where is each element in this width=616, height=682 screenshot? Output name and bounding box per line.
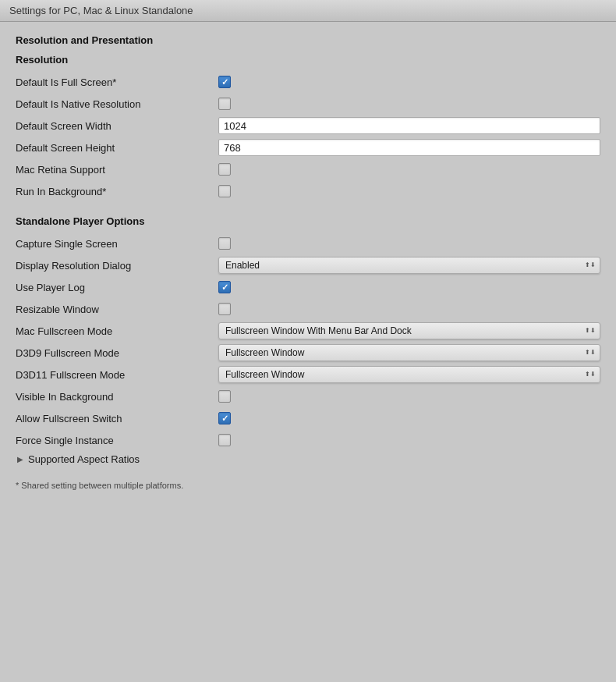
triangle-right-icon: ▶ bbox=[16, 455, 25, 464]
footer-note: * Shared setting between multiple platfo… bbox=[16, 481, 600, 490]
mac-fullscreen-control: Fullscreen Window With Menu Bar And Dock… bbox=[218, 322, 600, 339]
use-player-log-row: Use Player Log bbox=[16, 279, 600, 296]
run-in-bg-control bbox=[218, 185, 600, 197]
default-native-label: Default Is Native Resolution bbox=[16, 98, 218, 110]
force-single-checkbox[interactable] bbox=[218, 434, 231, 446]
title-bar: Settings for PC, Mac & Linux Standalone bbox=[0, 0, 616, 22]
d3d11-fullscreen-control: Fullscreen Window Fullscreen Exclusive M… bbox=[218, 366, 600, 383]
force-single-label: Force Single Instance bbox=[16, 435, 218, 446]
supported-aspect-label: Supported Aspect Ratios bbox=[28, 453, 140, 465]
mac-retina-label: Mac Retina Support bbox=[16, 164, 218, 176]
screen-width-row: Default Screen Width bbox=[16, 117, 600, 134]
visible-in-bg-control bbox=[218, 390, 600, 403]
d3d9-fullscreen-label: D3D9 Fullscreen Mode bbox=[16, 347, 218, 359]
run-in-bg-label: Run In Background* bbox=[16, 186, 218, 197]
display-resolution-select[interactable]: Enabled Disabled Hidden by default bbox=[218, 257, 600, 274]
run-in-bg-row: Run In Background* bbox=[16, 183, 600, 200]
capture-single-checkbox[interactable] bbox=[218, 237, 231, 250]
resizable-window-control bbox=[218, 303, 600, 315]
allow-fullscreen-control bbox=[218, 412, 600, 424]
d3d9-fullscreen-control: Fullscreen Window Fullscreen Exclusive M… bbox=[218, 344, 600, 361]
mac-fullscreen-label: Mac Fullscreen Mode bbox=[16, 325, 218, 337]
screen-height-row: Default Screen Height bbox=[16, 139, 600, 156]
display-resolution-select-wrapper: Enabled Disabled Hidden by default bbox=[218, 257, 600, 274]
use-player-log-control bbox=[218, 281, 600, 293]
default-fullscreen-row: Default Is Full Screen* bbox=[16, 73, 600, 91]
d3d9-fullscreen-select[interactable]: Fullscreen Window Fullscreen Exclusive M… bbox=[218, 344, 600, 361]
resolution-subtitle: Resolution bbox=[16, 54, 600, 66]
force-single-row: Force Single Instance bbox=[16, 432, 600, 449]
d3d11-fullscreen-row: D3D11 Fullscreen Mode Fullscreen Window … bbox=[16, 366, 600, 383]
default-fullscreen-control bbox=[218, 76, 600, 88]
default-native-checkbox[interactable] bbox=[218, 98, 231, 110]
display-resolution-control: Enabled Disabled Hidden by default bbox=[218, 257, 600, 274]
screen-width-input[interactable] bbox=[218, 117, 600, 134]
capture-single-row: Capture Single Screen bbox=[16, 235, 600, 252]
content-area: Resolution and Presentation Resolution D… bbox=[0, 22, 616, 682]
screen-height-control bbox=[218, 139, 600, 156]
window-title: Settings for PC, Mac & Linux Standalone bbox=[9, 5, 193, 16]
mac-retina-control bbox=[218, 163, 600, 176]
allow-fullscreen-checkbox[interactable] bbox=[218, 412, 231, 424]
run-in-bg-checkbox[interactable] bbox=[218, 185, 231, 197]
supported-aspect-row[interactable]: ▶ Supported Aspect Ratios bbox=[16, 453, 600, 465]
resizable-window-checkbox[interactable] bbox=[218, 303, 231, 315]
default-fullscreen-checkbox[interactable] bbox=[218, 76, 231, 88]
d3d11-fullscreen-select[interactable]: Fullscreen Window Fullscreen Exclusive M… bbox=[218, 366, 600, 383]
d3d11-fullscreen-select-wrapper: Fullscreen Window Fullscreen Exclusive M… bbox=[218, 366, 600, 383]
display-resolution-row: Display Resolution Dialog Enabled Disabl… bbox=[16, 257, 600, 274]
standalone-section: Standalone Player Options Capture Single… bbox=[16, 215, 600, 465]
standalone-title: Standalone Player Options bbox=[16, 215, 600, 227]
mac-retina-checkbox[interactable] bbox=[218, 163, 231, 176]
force-single-control bbox=[218, 434, 600, 446]
resizable-window-row: Resizable Window bbox=[16, 300, 600, 318]
mac-retina-row: Mac Retina Support bbox=[16, 161, 600, 178]
visible-in-bg-row: Visible In Background bbox=[16, 388, 600, 405]
default-fullscreen-label: Default Is Full Screen* bbox=[16, 76, 218, 88]
capture-single-control bbox=[218, 237, 600, 250]
use-player-log-checkbox[interactable] bbox=[218, 281, 231, 293]
mac-fullscreen-select[interactable]: Fullscreen Window With Menu Bar And Dock… bbox=[218, 322, 600, 339]
use-player-log-label: Use Player Log bbox=[16, 282, 218, 293]
d3d9-fullscreen-select-wrapper: Fullscreen Window Fullscreen Exclusive M… bbox=[218, 344, 600, 361]
screen-height-label: Default Screen Height bbox=[16, 142, 218, 154]
d3d11-fullscreen-label: D3D11 Fullscreen Mode bbox=[16, 369, 218, 381]
allow-fullscreen-label: Allow Fullscreen Switch bbox=[16, 413, 218, 424]
screen-height-input[interactable] bbox=[218, 139, 600, 156]
visible-in-bg-label: Visible In Background bbox=[16, 391, 218, 403]
capture-single-label: Capture Single Screen bbox=[16, 238, 218, 250]
mac-fullscreen-select-wrapper: Fullscreen Window With Menu Bar And Dock… bbox=[218, 322, 600, 339]
default-native-row: Default Is Native Resolution bbox=[16, 95, 600, 112]
mac-fullscreen-row: Mac Fullscreen Mode Fullscreen Window Wi… bbox=[16, 322, 600, 339]
display-resolution-label: Display Resolution Dialog bbox=[16, 260, 218, 272]
resizable-window-label: Resizable Window bbox=[16, 304, 218, 315]
screen-width-control bbox=[218, 117, 600, 134]
resolution-presentation-title: Resolution and Presentation bbox=[16, 34, 600, 46]
d3d9-fullscreen-row: D3D9 Fullscreen Mode Fullscreen Window F… bbox=[16, 344, 600, 361]
resolution-presentation-section: Resolution and Presentation Resolution D… bbox=[16, 34, 600, 200]
allow-fullscreen-row: Allow Fullscreen Switch bbox=[16, 410, 600, 427]
default-native-control bbox=[218, 98, 600, 110]
visible-in-bg-checkbox[interactable] bbox=[218, 390, 231, 403]
screen-width-label: Default Screen Width bbox=[16, 120, 218, 132]
main-window: Settings for PC, Mac & Linux Standalone … bbox=[0, 0, 616, 682]
